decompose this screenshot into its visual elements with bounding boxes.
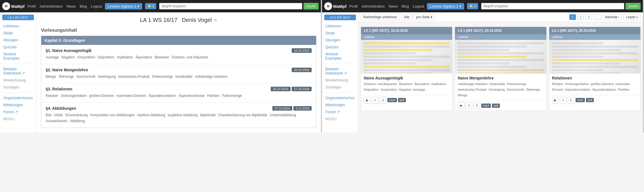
- card-tag[interactable]: Vereinigung: [489, 88, 505, 91]
- tag[interactable]: Relation: [46, 94, 58, 98]
- page-3[interactable]: 3: [585, 14, 592, 20]
- left-sidebar-badge[interactable]: LA 1 WS 16/17: [2, 15, 34, 20]
- card-1-title[interactable]: Naive Aussagenlogik: [361, 74, 452, 81]
- imp4-tag[interactable]: imp4: [481, 104, 491, 108]
- right-nav-blog[interactable]: Blog: [402, 4, 409, 8]
- right-sidebar-beispiel-datenbank[interactable]: Beispiel-Datenbank ↗: [322, 65, 358, 77]
- tag[interactable]: Negation: [61, 55, 75, 59]
- left-nav-news[interactable]: News: [67, 4, 76, 8]
- info-button[interactable]: ℹ: [380, 97, 386, 104]
- tag[interactable]: Äquivalenz: [135, 55, 152, 59]
- right-course-dropdown[interactable]: Lineare Algebra 1 ▾: [427, 3, 464, 10]
- left-sidebar-skript[interactable]: Skript: [0, 29, 36, 36]
- right-sidebar-mitteilungen[interactable]: Mitteilungen: [322, 101, 358, 108]
- left-sidebar-forum[interactable]: Forum ↗: [0, 108, 36, 115]
- card-tag[interactable]: Teilmenge: [526, 88, 540, 91]
- tag[interactable]: Implikation: [117, 55, 133, 59]
- right-sidebar-forum[interactable]: Forum ↗: [322, 108, 358, 115]
- ipdf-tag[interactable]: ipdf: [586, 98, 594, 102]
- card-2-title[interactable]: Naive Mengenlehre: [455, 74, 546, 81]
- card-tag[interactable]: Ordnungsrelation: [565, 82, 589, 86]
- tag[interactable]: Menge: [46, 75, 56, 79]
- per-page-dropdown[interactable]: pro Seite ▾: [414, 14, 435, 20]
- left-sidebar-worked-examples[interactable]: Worked Examples: [0, 51, 36, 62]
- left-nav-blog[interactable]: Blog: [80, 4, 87, 8]
- card-tag[interactable]: Partition: [618, 88, 629, 91]
- right-sidebar-ubungen[interactable]: Übungen: [322, 36, 358, 44]
- tag[interactable]: Kardinalität: [176, 75, 192, 79]
- right-bell-btn[interactable]: 🔔 2: [467, 3, 479, 9]
- info-button[interactable]: ℹ: [568, 97, 574, 104]
- tag[interactable]: Umkehrabbildung: [270, 113, 296, 117]
- card-tag[interactable]: Existenz- und Allquantor: [364, 82, 397, 86]
- right-sidebar-organisatorisches[interactable]: Organisatorisches: [322, 94, 358, 101]
- tag[interactable]: Konjunktion: [77, 55, 95, 59]
- card-tag[interactable]: Äquivalenzklasse: [592, 88, 616, 91]
- tag[interactable]: Disjunktion: [98, 55, 114, 59]
- right-sidebar-badge[interactable]: LA 1 WS 16/17: [324, 15, 356, 20]
- right-search-button[interactable]: Suche: [625, 3, 641, 10]
- list-button[interactable]: ≡: [560, 97, 567, 104]
- tag[interactable]: Äquivalenzklasse: [179, 94, 205, 98]
- right-nav-profil[interactable]: Profil: [349, 4, 358, 8]
- tag[interactable]: Ordnungsrelation: [61, 94, 86, 98]
- chapter-4-title[interactable]: §4. Abbildungen: [46, 106, 76, 111]
- list-button[interactable]: ≡: [372, 97, 378, 104]
- tag[interactable]: Äquivalenzrelation: [148, 94, 176, 98]
- imp4-tag[interactable]: imp4: [387, 98, 397, 102]
- info-button[interactable]: ℹ: [473, 102, 480, 109]
- card-tag[interactable]: Durchschnitt: [507, 88, 524, 91]
- card-tag[interactable]: Potenzmenge: [507, 82, 526, 86]
- tag[interactable]: Bild: [46, 113, 51, 117]
- reverse-order-button[interactable]: Reihenfolge umkehren: [361, 14, 400, 20]
- right-nav-admin[interactable]: Administration: [362, 4, 385, 8]
- tag[interactable]: Durchschnitt: [77, 75, 95, 79]
- right-nav-news[interactable]: News: [389, 4, 398, 8]
- left-brand[interactable]: M MaMpf: [2, 2, 25, 10]
- right-sidebar-quizzes[interactable]: Quizzes: [322, 44, 358, 51]
- card-tag[interactable]: Aussage: [413, 88, 425, 91]
- right-sidebar-skript[interactable]: Skript: [322, 29, 358, 36]
- left-course-dropdown[interactable]: Lineare Algebra 1 ▾: [105, 3, 142, 10]
- card-tag[interactable]: Konjunktion: [381, 88, 397, 91]
- chapter-3-title[interactable]: §3. Relationen: [46, 87, 72, 91]
- play-button[interactable]: ▶: [552, 97, 559, 104]
- card-tag[interactable]: Implikation: [431, 82, 446, 86]
- card-tag[interactable]: Relation: [552, 82, 563, 86]
- left-sidebar-quizzes[interactable]: Quizzes: [0, 44, 36, 51]
- all-button[interactable]: Alle: [401, 14, 412, 20]
- tag[interactable]: Einschränkung: [65, 113, 88, 117]
- tag[interactable]: Partition: [207, 94, 220, 98]
- play-button[interactable]: ▶: [364, 97, 371, 104]
- page-1[interactable]: 1: [569, 14, 576, 20]
- tag[interactable]: größtes Element: [89, 94, 114, 98]
- card-tag[interactable]: vollständige Induktion: [458, 82, 487, 86]
- ipdf-tag[interactable]: ipdf: [398, 98, 406, 102]
- tag[interactable]: Teilmenge: [59, 75, 74, 79]
- tag[interactable]: kartesisches Produkt: [118, 75, 150, 79]
- tag[interactable]: Abbildung: [70, 119, 85, 123]
- left-search-button[interactable]: Suche: [303, 3, 319, 10]
- right-search-input[interactable]: [481, 3, 624, 10]
- tag[interactable]: Urbild: [54, 113, 63, 117]
- left-sidebar-beispiel-datenbank[interactable]: Beispiel-Datenbank ↗: [0, 65, 36, 77]
- left-sidebar-mitteilungen[interactable]: Mitteilungen: [0, 101, 36, 108]
- tag[interactable]: Faktormenge: [222, 94, 242, 98]
- card-tag[interactable]: kartesisches Produkt: [458, 88, 486, 91]
- card-tag[interactable]: Disjunktion: [364, 88, 379, 91]
- tag[interactable]: Vereinigung: [98, 75, 116, 79]
- tag[interactable]: maximales Element: [116, 94, 146, 98]
- tag[interactable]: Komposition von Abbildungen: [90, 113, 135, 117]
- edit-icon[interactable]: ✎: [214, 18, 217, 22]
- tag[interactable]: injektive Abbildung: [137, 113, 165, 117]
- next-page-button[interactable]: Nächste ›: [602, 14, 622, 20]
- card-tag[interactable]: Äquivalenzrelation: [565, 88, 590, 91]
- card-tag[interactable]: Beweisen: [399, 82, 413, 86]
- card-tag[interactable]: Menge: [458, 93, 467, 97]
- left-sidebar-ubungen[interactable]: Übungen: [0, 36, 36, 44]
- ipdf-tag[interactable]: ipdf: [492, 104, 500, 108]
- list-button[interactable]: ≡: [466, 102, 472, 109]
- tag[interactable]: Potenzmenge: [152, 75, 173, 79]
- card-tag[interactable]: größtes Element: [591, 82, 614, 86]
- left-nav-logout[interactable]: Logout: [91, 4, 102, 8]
